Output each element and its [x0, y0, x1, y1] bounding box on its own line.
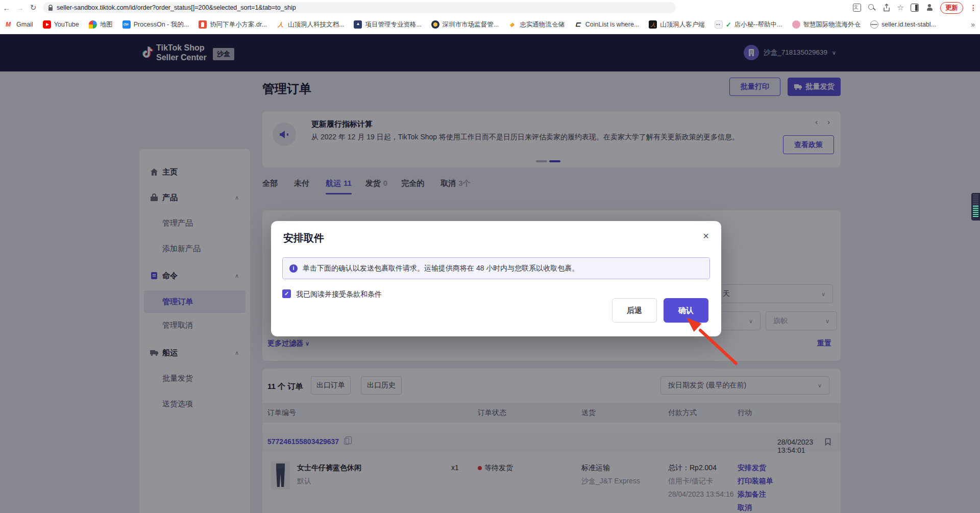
bookmark-label: 深圳市市场监督管... — [443, 20, 499, 29]
confirm-button[interactable]: 确认 — [664, 298, 708, 323]
globe-icon — [870, 20, 878, 29]
bookmark-label: Gmail — [16, 21, 33, 28]
url-text: seller-sandbox.tiktok.com/id/order?order… — [57, 4, 296, 11]
bookmark-warehouse[interactable]: 智慧国际物流海外仓 — [792, 20, 861, 29]
bookmark-seller-test[interactable]: seller.id.test-stabl... — [870, 20, 936, 29]
back-button[interactable]: 后退 — [612, 298, 657, 323]
bookmark-label: 智慧国际物流海外仓 — [803, 20, 861, 29]
document-icon — [199, 20, 207, 29]
youtube-icon — [43, 20, 51, 29]
browser-back-button[interactable]: ← — [0, 4, 13, 12]
processon-icon — [122, 20, 131, 29]
confirm-label: 确认 — [678, 306, 694, 315]
translate-icon[interactable] — [853, 4, 861, 12]
modal-info-banner: i 单击下面的确认以发送包裹取件请求。运输提供商将在 48 小时内与您联系以收取… — [282, 257, 710, 279]
modal-info-text: 单击下面的确认以发送包裹取件请求。运输提供商将在 48 小时内与您联系以收取包裹… — [303, 264, 579, 273]
browser-forward-button[interactable]: → — [13, 4, 27, 12]
terms-checkbox[interactable]: ✓ — [282, 289, 291, 298]
bookmark-label: YouTube — [54, 21, 79, 28]
coinlist-icon — [574, 20, 582, 29]
bookmark-star-icon[interactable]: ☆ — [897, 4, 904, 12]
check-icon: ✓ — [726, 21, 731, 29]
browser-reload-button[interactable]: ↻ — [27, 3, 40, 12]
lock-icon — [48, 5, 53, 11]
bookmark-youtube[interactable]: YouTube — [43, 20, 79, 29]
bookmark-label: 山顶洞人客户端 — [660, 20, 705, 29]
bookmark-label: 忠实通物流仓储 — [520, 20, 565, 29]
person-orange-icon — [277, 20, 285, 29]
bookmark-cave-client[interactable]: 山顶洞人客户端 — [649, 20, 705, 29]
bookmark-label: 协同下单小方案.dr... — [210, 20, 267, 29]
diamond-icon — [508, 20, 517, 29]
bookmarks-bar: Gmail YouTube 地图 ProcessOn - 我的... 协同下单小… — [0, 15, 980, 34]
zoom-icon[interactable] — [868, 4, 876, 12]
bookmark-dianxiaomi[interactable]: ✓店小秘--帮助中... — [715, 20, 782, 29]
flower-pink-icon — [792, 20, 800, 29]
terms-checkbox-label: 我已阅读并接受条款和条件 — [296, 290, 382, 299]
robot-icon — [715, 20, 723, 29]
bookmark-label: 店小秘--帮助中... — [734, 20, 782, 29]
modal-title: 安排取件 — [283, 231, 324, 245]
floating-extension-widget[interactable] — [971, 193, 980, 221]
maps-pin-icon — [89, 20, 97, 29]
bookmark-label: 地图 — [100, 20, 113, 29]
bookmark-processon[interactable]: ProcessOn - 我的... — [122, 20, 189, 29]
widget-stripes-dark — [973, 194, 978, 206]
bookmark-label: 项目管理专业资格... — [365, 20, 421, 29]
bookmark-pm-cert[interactable]: 项目管理专业资格... — [354, 20, 421, 29]
gmail-icon — [5, 20, 13, 29]
widget-stripes-green — [973, 206, 978, 218]
bookmark-logistics[interactable]: 忠实通物流仓储 — [508, 20, 565, 29]
bookmarks-overflow-icon[interactable]: » — [971, 20, 975, 29]
bookmark-doc[interactable]: 协同下单小方案.dr... — [199, 20, 267, 29]
bookmark-coinlist[interactable]: CoinList is where... — [574, 20, 640, 29]
chrome-update-button[interactable]: 更新 — [940, 2, 963, 14]
browser-menu-icon[interactable]: ⋮ — [970, 4, 977, 12]
profile-icon[interactable] — [925, 4, 934, 12]
browser-toolbar: ← → ↻ seller-sandbox.tiktok.com/id/order… — [0, 0, 980, 15]
bookmark-label: ProcessOn - 我的... — [134, 20, 189, 29]
gov-seal-icon — [431, 20, 439, 29]
bookmark-label: seller.id.test-stabl... — [881, 21, 936, 28]
bookmark-cave-doc[interactable]: 山顶洞人科技文档... — [277, 20, 344, 29]
bookmark-gmail[interactable]: Gmail — [5, 20, 33, 29]
back-label: 后退 — [627, 306, 642, 315]
bookmark-gov[interactable]: 深圳市市场监督管... — [431, 20, 499, 29]
bookmark-maps[interactable]: 地图 — [89, 20, 113, 29]
share-icon[interactable] — [883, 4, 891, 12]
mountain-badge-icon — [354, 20, 362, 29]
bookmark-label: CoinList is where... — [585, 21, 640, 28]
info-icon: i — [289, 264, 298, 273]
side-panel-icon[interactable] — [911, 4, 919, 12]
close-icon[interactable]: × — [703, 230, 709, 242]
arrange-pickup-modal: 安排取件 × i 单击下面的确认以发送包裹取件请求。运输提供商将在 48 小时内… — [271, 221, 721, 336]
bookmark-label: 山顶洞人科技文档... — [288, 20, 344, 29]
url-bar[interactable]: seller-sandbox.tiktok.com/id/order?order… — [43, 2, 676, 13]
person-dark-icon — [649, 20, 657, 29]
toolbar-right: ☆ 更新 ⋮ — [853, 0, 977, 15]
